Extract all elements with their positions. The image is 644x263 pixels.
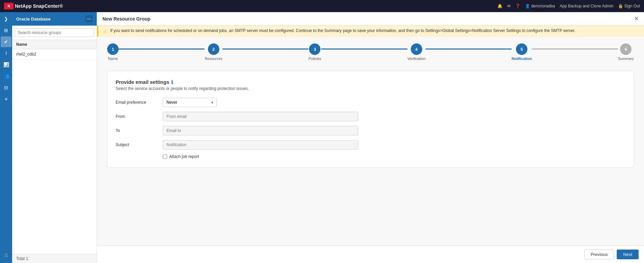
step-4[interactable]: 4 Verification (407, 43, 426, 61)
icon-sidebar: ❯ ⊞ ✔ ⌇ 📊 👥 ⊟ ≡ ⚠ (0, 12, 12, 263)
subject-label: Subject (116, 142, 163, 147)
sidebar-item-chart[interactable]: 📊 (1, 59, 11, 70)
step-4-circle: 4 (411, 43, 422, 55)
mail-icon[interactable]: ✉ (507, 4, 511, 8)
collapse-button[interactable]: — (85, 15, 93, 23)
connector-5-6 (532, 48, 618, 50)
alert-banner: ⚠ If you want to send notifications for … (97, 26, 644, 37)
subject-row: Subject (116, 140, 625, 150)
left-panel-title: Oracle Database (16, 17, 51, 22)
step-6[interactable]: 6 Summary (618, 43, 634, 61)
email-preference-row: Email preference Never On Failure On Fai… (116, 98, 625, 107)
previous-button[interactable]: Previous (584, 250, 614, 259)
next-button[interactable]: Next (617, 250, 639, 259)
subject-control (163, 140, 358, 150)
sidebar-item-collapse[interactable]: ❯ (1, 13, 11, 24)
step-5-label: Notification (512, 57, 532, 61)
alert-warning-icon: ⚠ (103, 29, 108, 34)
user-person-icon: 👤 (525, 4, 530, 8)
app-title: NetApp SnapCenter® (15, 3, 63, 9)
netapp-logo: N NetApp SnapCenter® (4, 3, 63, 9)
user-label[interactable]: 👤 demo\oradba (525, 4, 555, 8)
to-email-input[interactable] (163, 126, 358, 135)
connector-1-2 (119, 48, 205, 50)
from-control (163, 112, 358, 121)
step-2-label: Resources (205, 57, 222, 61)
sidebar-item-server[interactable]: ⊟ (1, 82, 11, 93)
close-button[interactable]: ✕ (634, 15, 639, 22)
sidebar-item-shield[interactable]: ✔ (1, 36, 11, 47)
top-nav-right: 🔔 ✉ ❓ 👤 demo\oradba App Backup and Clone… (497, 4, 640, 8)
list-header: Name (12, 40, 97, 49)
info-icon[interactable]: ℹ (171, 79, 173, 85)
left-panel-footer: Total 1 (12, 254, 97, 263)
page-title: New Resource Group (102, 16, 150, 22)
form-section-title: Provide email settings ℹ (116, 79, 625, 85)
sidebar-item-sliders[interactable]: ≡ (1, 94, 11, 104)
step-1-circle: 1 (107, 43, 119, 55)
top-nav: N NetApp SnapCenter® 🔔 ✉ ❓ 👤 demo\oradba… (0, 0, 644, 12)
step-6-label: Summary (618, 57, 634, 61)
main-layout: ❯ ⊞ ✔ ⌇ 📊 👥 ⊟ ≡ ⚠ Oracle Database — Name… (0, 12, 644, 263)
form-section-subtitle: Select the service accounts or people to… (116, 86, 625, 91)
top-nav-left: N NetApp SnapCenter® (4, 3, 63, 9)
sidebar-item-users[interactable]: 👥 (1, 71, 11, 81)
step-1-label: Name (108, 57, 118, 61)
notification-icon[interactable]: 🔔 (497, 4, 502, 8)
attach-job-report-row: Attach job report (116, 154, 625, 159)
bottom-bar: Previous Next (97, 245, 644, 263)
to-row: To (116, 126, 625, 135)
step-3-label: Policies (308, 57, 321, 61)
step-5[interactable]: 5 Notification (512, 43, 532, 61)
attach-job-report-label[interactable]: Attach job report (169, 154, 199, 159)
lock-icon: 🔒 (618, 4, 623, 8)
to-label: To (116, 128, 163, 133)
email-preference-select-wrapper: Never On Failure On Failure or Warning A… (163, 98, 217, 107)
sidebar-item-activity[interactable]: ⌇ (1, 48, 11, 59)
signout-button[interactable]: 🔒 Sign Out (618, 4, 640, 8)
step-2[interactable]: 2 Resources (205, 43, 222, 61)
step-3[interactable]: 3 Policies (308, 43, 321, 61)
from-email-input[interactable] (163, 112, 358, 121)
form-section: Provide email settings ℹ Select the serv… (107, 71, 634, 167)
alert-text: If you want to send notifications for sc… (110, 28, 575, 33)
from-row: From (116, 112, 625, 121)
step-4-label: Verification (407, 57, 426, 61)
left-panel: Oracle Database — Name rhel2_cdb2 Total … (12, 12, 97, 263)
from-label: From (116, 114, 163, 119)
netapp-logo-icon: N (4, 3, 13, 9)
app-role-label: App Backup and Clone Admin (560, 4, 613, 8)
wizard-area: 1 Name 2 Resources 3 Policies 4 (97, 37, 644, 245)
step-1[interactable]: 1 Name (107, 43, 119, 61)
connector-2-3 (222, 48, 308, 50)
step-3-circle: 3 (309, 43, 320, 55)
step-6-circle: 6 (620, 43, 632, 55)
search-box (12, 26, 97, 40)
wizard-steps: 1 Name 2 Resources 3 Policies 4 (107, 43, 634, 61)
connector-3-4 (321, 48, 407, 50)
step-5-circle: 5 (516, 43, 527, 55)
connector-4-5 (426, 48, 512, 50)
email-preference-select[interactable]: Never On Failure On Failure or Warning A… (163, 98, 217, 107)
email-preference-label: Email preference (116, 100, 163, 105)
email-preference-control: Never On Failure On Failure or Warning A… (163, 98, 358, 107)
step-2-circle: 2 (208, 43, 219, 55)
main-content: New Resource Group ✕ ⚠ If you want to se… (97, 12, 644, 263)
content-header: New Resource Group ✕ (97, 12, 644, 26)
to-control (163, 126, 358, 135)
left-panel-header: Oracle Database — (12, 12, 97, 26)
sidebar-item-grid[interactable]: ⊞ (1, 25, 11, 36)
attach-job-report-checkbox[interactable] (163, 155, 167, 159)
sidebar-item-warning[interactable]: ⚠ (1, 250, 11, 260)
help-icon[interactable]: ❓ (515, 4, 520, 8)
search-input[interactable] (15, 28, 94, 37)
list-item[interactable]: rhel2_cdb2 (12, 49, 97, 60)
subject-input[interactable] (163, 140, 358, 150)
